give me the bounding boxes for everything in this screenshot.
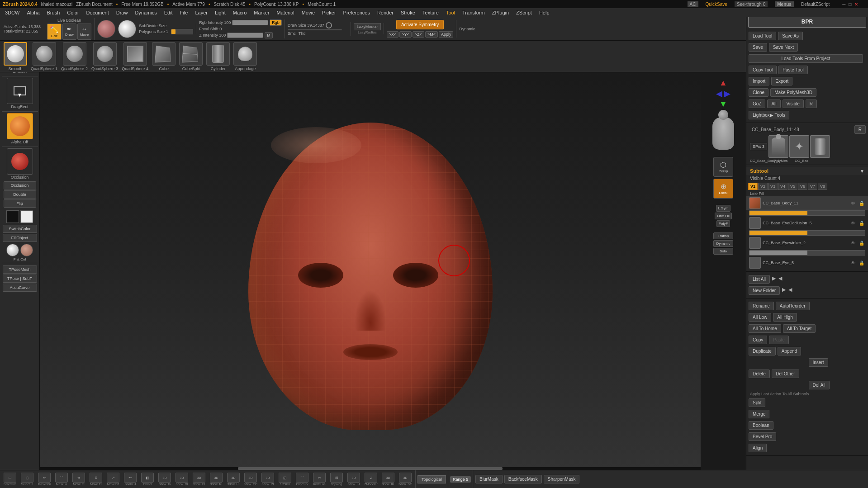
menu-picker[interactable]: Picker xyxy=(319,9,339,16)
blur-mask-btn[interactable]: BlurMask xyxy=(475,475,503,483)
left-alpha-off-tool[interactable]: Alpha Off xyxy=(2,113,38,144)
brush-appendage[interactable]: Appendage xyxy=(232,41,258,72)
flip-btn[interactable]: Flip xyxy=(4,199,36,208)
paste-tool-btn[interactable]: Paste Tool xyxy=(778,66,808,74)
menu-edit[interactable]: Edit xyxy=(161,9,176,16)
r-small-btn[interactable]: R xyxy=(854,125,866,134)
menu-movie[interactable]: Movie xyxy=(299,9,318,16)
bottom-3dcw-cc[interactable]: 3D 3dcw_CC xyxy=(242,473,259,486)
subtool-eyewinker[interactable]: CC_Base_Eyewinker_2 👁 🔒 xyxy=(746,236,868,250)
load-tool-btn[interactable]: Load Tool xyxy=(749,32,776,40)
bottom-3dcw-in[interactable]: 3D 3dcw_In xyxy=(157,473,173,486)
del-other-btn[interactable]: Del Other xyxy=(772,370,799,378)
align-btn[interactable]: Align xyxy=(749,444,767,452)
menu-marker[interactable]: Marker xyxy=(251,9,272,16)
brush-cubesplit[interactable]: CubeSplit xyxy=(178,41,204,72)
subtool-lock-eyewinker[interactable]: 🔒 xyxy=(859,241,865,246)
brush-cylinder[interactable]: Cylinder xyxy=(205,41,231,72)
sym-x-btn[interactable]: >X< xyxy=(387,31,399,38)
subtool-eye-body[interactable]: 👁 xyxy=(851,201,857,206)
tool-thumb-cylinder[interactable] xyxy=(810,135,830,158)
tool-thumb-star[interactable]: ✦ xyxy=(789,135,809,158)
tool-thumb-figure[interactable] xyxy=(768,135,788,158)
bottom-topolog[interactable]: ⊞ Topolog xyxy=(328,473,345,486)
subtool-collapse[interactable]: ▼ xyxy=(860,169,864,174)
poly-btn[interactable]: PolyF xyxy=(716,220,730,227)
spix-btn[interactable]: SPix 3 xyxy=(750,143,767,150)
bevel-pro-btn[interactable]: Bevel Pro xyxy=(749,432,776,441)
maximize-btn[interactable]: □ xyxy=(849,2,851,7)
menu-render[interactable]: Render xyxy=(374,9,397,16)
bpr-btn[interactable]: BPR xyxy=(748,16,866,28)
subtool-eye-eyewinker[interactable]: 👁 xyxy=(851,241,857,246)
solo-btn[interactable]: Solo xyxy=(713,248,733,255)
ac-label[interactable]: AC xyxy=(688,1,698,7)
subtool-body[interactable]: CC_Base_Body_11 👁 🔒 xyxy=(746,196,868,210)
bottom-mask-lasso[interactable]: ⌒ MaskLa xyxy=(53,473,70,486)
bottom-3dcw-hi[interactable]: 3D 3dcw_HI xyxy=(225,473,242,486)
transp-btn[interactable]: Transp xyxy=(713,232,733,239)
default-zscript[interactable]: DefaultZScript xyxy=(801,2,830,7)
menu-alpha[interactable]: Alpha xyxy=(24,9,43,16)
bottom-3dcw-fi[interactable]: 3D 3dcw_FI xyxy=(191,473,207,486)
menu-file[interactable]: File xyxy=(177,9,191,16)
minimize-btn[interactable]: ─ xyxy=(842,2,845,7)
bottom-mask-pen[interactable]: ✏ MaskPen xyxy=(36,473,52,486)
nav-right-arrow[interactable]: ▶ xyxy=(724,89,730,99)
folder-arrow1[interactable]: ▶ xyxy=(781,286,787,295)
menu-3dcw[interactable]: 3DCW xyxy=(2,9,23,16)
menu-help[interactable]: Help xyxy=(536,9,553,16)
subtool-eyeocc[interactable]: CC_Base_EyeOcclusion_5 👁 🔒 xyxy=(746,216,868,230)
bottom-3dcw-pi[interactable]: 3D 3dcw_PI xyxy=(260,473,276,486)
menu-dynamics[interactable]: Dynamics xyxy=(132,9,160,16)
fill-object-btn[interactable]: FillObject xyxy=(3,234,37,242)
append-btn[interactable]: Append xyxy=(778,347,801,355)
all-to-target-btn[interactable]: All To Target xyxy=(783,324,816,333)
nav-left-arrow[interactable]: ◀ xyxy=(716,89,722,99)
brush-preview[interactable] xyxy=(118,20,136,38)
save-next-btn[interactable]: Save Next xyxy=(769,43,798,52)
brush-quadsphere1[interactable]: QuadSphere-1 xyxy=(30,41,58,72)
bottom-3dcw-di[interactable]: 3D 3dcw_Di xyxy=(174,473,190,486)
all-btn[interactable]: All xyxy=(767,99,780,108)
menus-btn[interactable]: Menus xyxy=(775,1,794,7)
v2-btn[interactable]: V2 xyxy=(758,183,768,190)
make-polymesh-btn[interactable]: Make PolyMesh3D xyxy=(770,88,816,97)
color-white[interactable] xyxy=(20,210,33,223)
brush-quadsphere2[interactable]: QuadSphere-2 xyxy=(60,41,89,72)
rename-btn[interactable]: Rename xyxy=(749,302,774,310)
see-through[interactable]: See-through 0 xyxy=(735,1,768,7)
tpose-subt-btn[interactable]: TPose | SubT xyxy=(3,275,37,283)
topological-btn[interactable]: Topological xyxy=(417,475,446,483)
bottom-move-el[interactable]: ⇔ Move El xyxy=(71,473,87,486)
bottom-chisel[interactable]: ◧ Chisel xyxy=(139,473,156,486)
flat-sphere[interactable] xyxy=(6,244,19,256)
move-btn[interactable]: ↔ Move xyxy=(77,24,92,40)
bottom-select-lasso[interactable]: ◌ SelectLa xyxy=(19,473,35,486)
subtool-lock-body[interactable]: 🔒 xyxy=(859,201,865,206)
nav-down-arrow[interactable]: ▼ xyxy=(719,99,727,109)
menu-stroke[interactable]: Stroke xyxy=(398,9,418,16)
menu-material[interactable]: Material xyxy=(274,9,298,16)
list-arrow2[interactable]: ◀ xyxy=(778,275,783,284)
split-btn[interactable]: Split xyxy=(749,398,765,407)
dynamic-display-btn[interactable]: Dynamic xyxy=(713,240,733,247)
bottom-3dcw-ih2[interactable]: 3D 3dcw_IH xyxy=(380,473,396,486)
subtool-eye-eyeocc[interactable]: 👁 xyxy=(851,221,857,226)
import-btn[interactable]: Import xyxy=(749,77,769,85)
menu-draw[interactable]: Draw xyxy=(113,9,131,16)
lsym-btn[interactable]: L.Sym xyxy=(716,205,731,212)
accu-curve-btn[interactable]: AccuCurve xyxy=(3,284,37,292)
sym-y-btn[interactable]: >Y< xyxy=(399,31,412,38)
menu-layer[interactable]: Layer xyxy=(192,9,211,16)
left-dragrect-tool[interactable]: ▼ DragRect xyxy=(2,78,38,109)
all-low-btn[interactable]: All Low xyxy=(749,313,771,322)
edit-btn[interactable]: ✏️ Edit xyxy=(47,24,62,40)
local-btn[interactable]: ⊕ Local xyxy=(713,179,733,199)
save-as-btn[interactable]: Save As xyxy=(778,32,803,40)
menu-brush[interactable]: Brush xyxy=(44,9,63,16)
sharpen-mask-btn[interactable]: SharpenMask xyxy=(544,475,580,483)
viewport-bg[interactable] xyxy=(40,74,701,470)
bottom-clip-curve[interactable]: ⌒ ClipCurv xyxy=(294,473,310,486)
bottom-knife-las[interactable]: ✂ KnifeLas xyxy=(311,473,327,486)
